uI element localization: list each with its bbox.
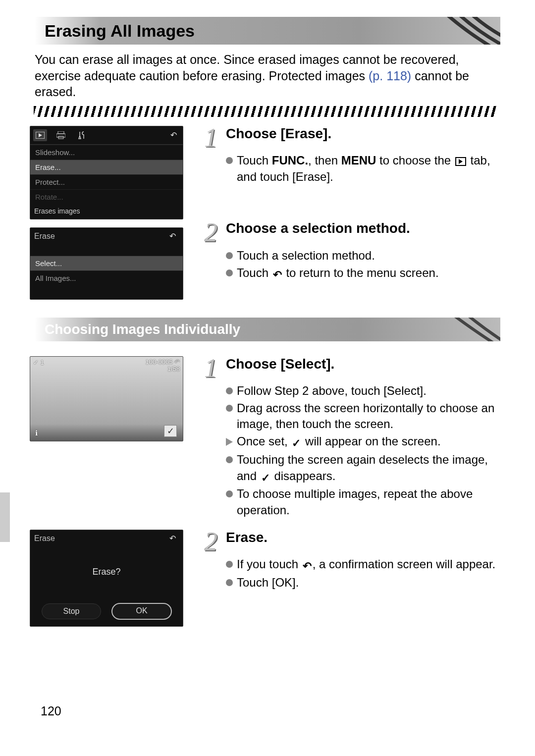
- bullet-text: Touch a selection method.: [237, 248, 500, 264]
- bullet-text: Once set, ✓ will appear on the screen.: [237, 433, 500, 451]
- check-icon: ✓: [261, 471, 270, 486]
- step-number: 2: [204, 220, 222, 245]
- hatch-divider: [34, 106, 496, 117]
- playback-tab-icon[interactable]: [33, 129, 47, 141]
- page-number: 120: [30, 704, 500, 718]
- bullet-text: Drag across the screen horizontally to c…: [237, 400, 500, 432]
- svg-rect-2: [58, 131, 64, 134]
- lcd-erase-options: Erase ↶ Select... All Images...: [30, 227, 183, 300]
- back-icon[interactable]: ↶: [174, 358, 180, 366]
- lcd-menu-erase-list: ↶ Slideshow... Erase... Protect... Rotat…: [30, 126, 183, 219]
- bullet-icon: [226, 561, 233, 568]
- bullet-text: Touch [OK].: [237, 575, 500, 591]
- bullet-icon: [226, 456, 233, 463]
- step-number: 1: [204, 356, 222, 380]
- header-swirl-icon: [436, 318, 485, 341]
- page-ref-link[interactable]: (p. 118): [369, 69, 411, 83]
- ok-button[interactable]: OK: [112, 603, 171, 619]
- svg-marker-1: [39, 133, 42, 137]
- lcd-heading: Erase: [34, 232, 55, 241]
- bullet-text: Touch ↶ to return to the menu screen.: [237, 265, 500, 282]
- tools-tab-icon[interactable]: [75, 129, 89, 141]
- step-title: Choose a selection method.: [226, 220, 410, 236]
- lcd-confirm: Erase ↶ Erase? Stop OK: [30, 530, 183, 627]
- bullet-icon: [226, 387, 233, 394]
- info-badge-icon: ℹ︎: [35, 429, 38, 437]
- menu-item-disabled: Rotate...: [30, 189, 183, 204]
- menu-label: MENU: [341, 154, 376, 167]
- file-number: 100-0005: [145, 358, 172, 366]
- result-bullet-icon: [226, 438, 233, 446]
- select-count: ✓ 1: [33, 359, 44, 373]
- side-tab: [0, 492, 10, 542]
- menu-item[interactable]: All Images...: [30, 270, 183, 285]
- bullet-icon: [226, 579, 233, 586]
- lcd-image-select: ✓ 1 100-0005 ↶ 1/58 ℹ︎ ✓: [30, 356, 183, 441]
- return-icon: ↶: [303, 559, 312, 574]
- section-header-choosing: Choosing Images Individually: [30, 318, 500, 341]
- bullet-text: If you touch ↶, a confirmation screen wi…: [237, 556, 500, 574]
- step-number: 1: [204, 126, 222, 150]
- back-icon[interactable]: ↶: [166, 533, 179, 544]
- bullet-icon: [226, 270, 233, 276]
- step-title: Choose [Erase].: [226, 126, 331, 142]
- step-number: 2: [204, 530, 222, 554]
- step-title: Erase.: [226, 530, 268, 545]
- menu-item-selected[interactable]: Select...: [30, 256, 183, 270]
- step-title: Choose [Select].: [226, 356, 334, 372]
- section-title: Choosing Images Individually: [45, 322, 240, 337]
- bullet-icon: [226, 157, 233, 164]
- image-index: 1/58: [167, 365, 180, 373]
- bullet-icon: [226, 405, 233, 412]
- menu-hint: Erases images: [30, 204, 183, 219]
- return-icon: ↶: [273, 268, 282, 282]
- bullet-text: Touching the screen again deselects the …: [237, 452, 500, 486]
- header-swirl-icon: [436, 17, 485, 45]
- print-tab-icon[interactable]: [54, 129, 68, 141]
- menu-item[interactable]: Slideshow...: [30, 145, 183, 160]
- playback-box-icon: [455, 157, 466, 166]
- section-title: Erasing All Images: [45, 21, 195, 41]
- check-icon: ✓: [292, 436, 301, 451]
- menu-item[interactable]: Protect...: [30, 174, 183, 189]
- bullet-icon: [226, 490, 233, 497]
- svg-rect-3: [56, 134, 65, 137]
- back-icon[interactable]: ↶: [166, 231, 179, 242]
- stop-button[interactable]: Stop: [42, 603, 101, 619]
- back-icon[interactable]: ↶: [167, 130, 180, 141]
- bullet-text: Touch FUNC., then MENU to choose the tab…: [237, 153, 500, 185]
- confirm-question: Erase?: [92, 567, 120, 577]
- bullet-text: To choose multiple images, repeat the ab…: [237, 486, 500, 518]
- checkbox-icon[interactable]: ✓: [164, 425, 177, 437]
- bullet-icon: [226, 252, 233, 259]
- func-label: FUNC.: [272, 154, 308, 167]
- menu-item-selected[interactable]: Erase...: [30, 160, 183, 174]
- bullet-text: Follow Step 2 above, touch [Select].: [237, 383, 500, 399]
- section-header-erasing: Erasing All Images: [30, 17, 500, 45]
- intro-text: You can erase all images at once. Since …: [35, 52, 495, 100]
- lcd-heading: Erase: [34, 534, 55, 543]
